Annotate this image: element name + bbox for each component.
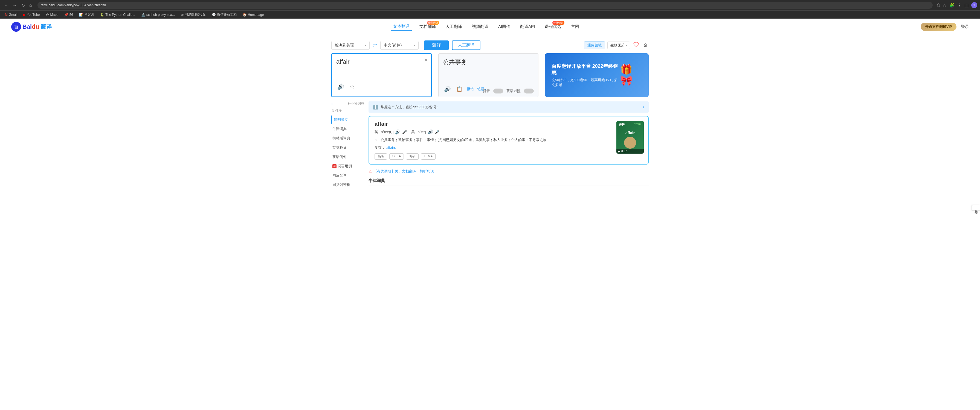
sidebar-item-english[interactable]: 英英释义: [331, 143, 364, 152]
plural-link[interactable]: affairs: [386, 146, 396, 149]
bilingual-toggle[interactable]: [524, 89, 534, 93]
settings-button[interactable]: ⚙: [642, 41, 649, 49]
domain-general-tag[interactable]: 通用领域: [584, 41, 605, 49]
bookmark-homepage[interactable]: 🏠 Homepage: [240, 12, 266, 17]
mic-us-icon[interactable]: 🎤: [435, 130, 439, 134]
nav-api[interactable]: 翻译API: [518, 23, 537, 30]
dict-layout: ‹ 杜小译词典 ⇅ 排序 简明释义 牛津词典 柯林斯词典 英英释义: [331, 101, 649, 189]
forward-button[interactable]: →: [11, 2, 18, 9]
mic-en-icon[interactable]: 🎤: [402, 130, 407, 134]
refresh-button[interactable]: ↻: [20, 2, 26, 9]
bookmark-wechat[interactable]: 💬 微信开放文档: [210, 12, 239, 17]
address-bar[interactable]: fanyi.baidu.com/?aldtype=16047#en/zh/aff…: [38, 2, 933, 9]
nav-course[interactable]: 课程优选 年终钜惠: [542, 23, 563, 30]
word-card: 讲解 智课网 affair ▶ 0:37 affair 英 [əˈfe: [369, 116, 649, 165]
bookmark-56[interactable]: 📌 56: [62, 12, 75, 17]
bookmark-maps[interactable]: 🗺 Maps: [44, 12, 60, 17]
window-icon[interactable]: ▢: [964, 3, 969, 8]
feedback-button[interactable]: 意见 反馈: [972, 205, 980, 211]
nav-text-translate[interactable]: 文本翻译: [391, 23, 412, 31]
vip-button[interactable]: 开通文档翻译VIP: [921, 23, 956, 31]
video-thumbnail[interactable]: 讲解 智课网 affair ▶ 0:37: [616, 121, 644, 154]
bookmark-gmail[interactable]: M Gmail: [3, 12, 19, 17]
domain-selector: 通用领域 生物医药 ▾ ⚙: [584, 41, 649, 50]
tag-cet4[interactable]: CET4: [389, 154, 404, 160]
menu-icon[interactable]: ⋮: [957, 3, 962, 8]
main-nav: 文本翻译 文档翻译 全新升级 人工翻译 视频翻译 AI同传 翻译API 课程优选…: [391, 23, 581, 31]
clear-input-button[interactable]: ✕: [424, 57, 428, 63]
favorites-button[interactable]: [632, 41, 640, 50]
browser-actions: ⎙ ☆ 🧩 ⋮ ▢ Y: [937, 2, 977, 8]
sidebar-item-collins[interactable]: 柯林斯词典: [331, 134, 364, 143]
tips-arrow[interactable]: ›: [643, 104, 644, 110]
target-lang-selector[interactable]: 中文(简体) ▾: [380, 41, 418, 50]
bookmark-bokeyuan-label: 博客园: [84, 12, 94, 17]
translate-button[interactable]: 翻 译: [424, 40, 449, 50]
output-panel: 公共事务 🔊 📋 报错 笔记 ▾ 拼音 双语对照: [438, 53, 538, 97]
tag-tem4[interactable]: TEM4: [421, 154, 436, 160]
dict-collapse-icon: ‹: [331, 102, 332, 106]
pinyin-toggle[interactable]: [493, 89, 503, 93]
bookmark-scihub-label: sci-hub proxy sea...: [146, 13, 175, 17]
audio-output-button[interactable]: 🔊: [443, 85, 452, 93]
bookmark-youtube-label: YouTube: [27, 13, 40, 17]
audio-en-button[interactable]: 🔊: [395, 129, 401, 135]
bookmark-netease[interactable]: ✉ 网易邮箱6.0版: [179, 12, 208, 17]
video-duration: 0:37: [621, 150, 627, 153]
extensions-icon[interactable]: 🧩: [949, 3, 955, 8]
nav-doc-translate[interactable]: 文档翻译 全新升级: [417, 23, 438, 30]
promo-banner[interactable]: 百度翻译开放平台 2022年终钜惠 充50赠20，充500赠50，最高可赠350…: [545, 53, 649, 97]
sidebar-item-oxford[interactable]: 牛津词典: [331, 124, 364, 134]
video-thumb-label: 讲解: [619, 122, 625, 127]
logo: 百 Baidu 翻译: [11, 22, 52, 32]
sidebar-item-word-usage[interactable]: 词 词语用例: [331, 161, 364, 171]
bookmark-bokeyuan[interactable]: 📝 博客园: [77, 12, 96, 17]
sidebar-item-brief[interactable]: 简明释义: [331, 115, 364, 124]
tips-bar[interactable]: ℹ️ 掌握这个方法，轻松get3500必备词！ ›: [369, 101, 649, 112]
audio-us-button[interactable]: 🔊: [428, 129, 433, 135]
bookmark-icon[interactable]: ☆: [942, 3, 947, 8]
star-input-button[interactable]: ☆: [348, 82, 356, 91]
audio-input-button[interactable]: 🔊: [336, 82, 345, 91]
domain-bio-dropdown[interactable]: 生物医药 ▾: [608, 41, 630, 49]
home-button[interactable]: ⌂: [28, 2, 33, 9]
bookmark-scihub[interactable]: 🔬 sci-hub proxy sea...: [139, 12, 177, 17]
dict-sidebar-header[interactable]: ‹ 杜小译词典: [331, 101, 364, 106]
sidebar-item-distinguish[interactable]: 同义词辨析: [331, 180, 364, 189]
survey-icon: ⚠: [369, 169, 372, 173]
email-icon: ✉: [181, 13, 184, 17]
input-panel[interactable]: affair ✕ 🔊 ☆: [331, 53, 432, 97]
human-translate-button[interactable]: 人工翻译: [452, 40, 480, 50]
source-lang-selector[interactable]: 检测到英语 ▾: [331, 41, 370, 50]
bookmark-python-label: The Python Challe...: [105, 13, 135, 17]
bookmark-youtube[interactable]: ▶ YouTube: [21, 12, 42, 17]
video-play-bar[interactable]: ▶ 0:37: [616, 149, 644, 154]
sidebar-item-bilingual[interactable]: 双语例句: [331, 152, 364, 161]
lang-bar: 检测到英语 ▾ ⇌ 中文(简体) ▾ 翻 译 人工翻译 通用领域 生物医药 ▾ …: [331, 40, 649, 50]
back-button[interactable]: ←: [3, 2, 9, 9]
user-avatar[interactable]: Y: [971, 2, 977, 8]
tag-gaokao[interactable]: 高考: [375, 154, 387, 160]
nav-video-translate[interactable]: 视频翻译: [470, 23, 490, 30]
tag-kaoyan[interactable]: 考研: [406, 154, 418, 160]
report-button[interactable]: 报错: [467, 87, 474, 92]
sidebar-item-synonyms[interactable]: 同反义词: [331, 171, 364, 180]
input-text[interactable]: affair: [336, 58, 427, 80]
nav-human-translate[interactable]: 人工翻译: [444, 23, 464, 30]
copy-output-button[interactable]: 📋: [455, 85, 463, 93]
translation-row: affair ✕ 🔊 ☆ 公共事务 🔊 📋 报错 笔记 ▾: [331, 53, 649, 97]
share-icon[interactable]: ⎙: [937, 3, 940, 8]
nav-official[interactable]: 官网: [569, 23, 581, 30]
swap-languages-button[interactable]: ⇌: [373, 42, 377, 48]
definition-text: 公共事务；政治事务；事件；事情；(尤指已婚男女的)私通，风流韵事；私人业务；个人…: [380, 138, 547, 142]
phonetic-us-text: [əˈfer]: [417, 130, 426, 134]
video-thumb-logo: 智课网: [634, 122, 641, 126]
bookmark-python[interactable]: 🐍 The Python Challe...: [98, 12, 137, 17]
nav-ai-simultaneous[interactable]: AI同传: [496, 23, 512, 30]
gmail-icon: M: [5, 13, 8, 17]
survey-link[interactable]: ⚠ 【有奖调研】关于文档翻译，想听您说: [369, 169, 649, 174]
baidu-logo-svg: 百: [11, 22, 21, 32]
youtube-icon: ▶: [23, 13, 26, 17]
sort-control[interactable]: ⇅ 排序: [331, 108, 364, 113]
login-button[interactable]: 登录: [961, 24, 969, 29]
